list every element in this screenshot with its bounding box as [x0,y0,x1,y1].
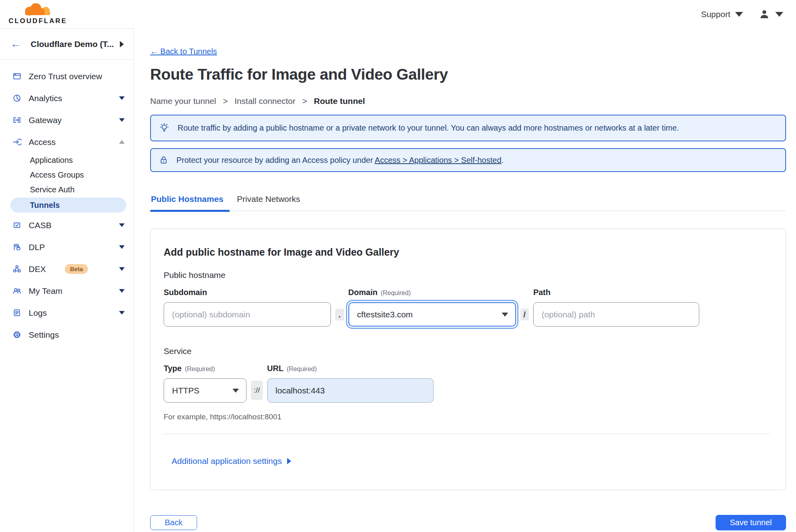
page-title: Route Traffic for Image and Video Galler… [150,66,786,83]
sidebar-item-dex[interactable]: DEX Beta [0,258,133,280]
sidebar-item-logs[interactable]: Logs [0,302,133,324]
chevron-down-icon [233,389,239,393]
public-hostname-group-label: Public hostname [164,270,770,280]
chevron-down-icon [735,12,743,17]
beta-badge: Beta [65,264,88,274]
url-example-hint: For example, https://localhost:8001 [164,413,770,421]
domain-selected-value: cftestsite3.com [357,310,413,319]
support-menu[interactable]: Support [701,10,743,19]
route-banner-text: Route traffic by adding a public hostnam… [178,123,679,133]
lightbulb-icon [159,123,170,133]
account-switcher[interactable]: ← Cloudflare Demo (T... [0,29,133,60]
sidebar-item-applications[interactable]: Applications [0,153,133,168]
logs-icon [12,308,22,317]
sidebar-item-access-groups[interactable]: Access Groups [0,168,133,182]
required-note: (Required) [185,366,215,373]
subdomain-input[interactable] [164,302,331,327]
sidebar-item-settings[interactable]: Settings [0,324,133,346]
tab-public-hostnames[interactable]: Public Hostnames [150,194,224,211]
back-button[interactable]: Back [150,515,197,530]
card-divider [164,434,770,434]
user-avatar-icon [759,9,770,20]
required-note: (Required) [381,289,411,297]
service-url-input[interactable] [267,378,434,403]
sidebar-item-zero-trust-overview[interactable]: Zero Trust overview [0,65,133,87]
sidebar-item-casb[interactable]: CASB [0,214,133,236]
wizard-steps: Name your tunnel > Install connector > R… [150,96,786,106]
service-fields-row: Type(Required) HTTPS :// URL(Required) [164,364,770,403]
cloudflare-wordmark: CLOUDFLARE [8,17,67,25]
chevron-down-icon [119,267,125,271]
account-name: Cloudflare Demo (T... [31,39,120,49]
gateway-icon [12,115,22,125]
back-to-tunnels-link[interactable]: ← Back to Tunnels [150,47,217,56]
cloudflare-logo[interactable]: CLOUDFLARE [8,3,68,25]
wizard-footer: Back Save tunnel [150,515,786,530]
protect-banner-text: Protect your resource by adding an Acces… [176,156,504,165]
user-menu[interactable] [759,9,783,20]
sidebar-item-service-auth[interactable]: Service Auth [0,182,133,197]
access-applications-self-hosted-link[interactable]: Access > Applications > Self-hosted [375,156,501,164]
scheme-separator: :// [251,378,263,403]
chevron-down-icon [502,313,508,317]
access-icon [12,137,22,147]
required-note: (Required) [287,366,317,373]
path-label: Path [533,288,699,297]
path-input[interactable] [533,302,699,327]
domain-label: Domain(Required) [348,288,516,297]
chevron-right-icon [287,458,291,464]
chevron-right-icon [120,41,124,47]
dot-separator: . [335,302,344,327]
document-lock-icon [12,243,22,252]
lock-icon [159,155,168,165]
step-install-connector[interactable]: Install connector [235,96,295,106]
tab-private-networks[interactable]: Private Networks [236,194,301,211]
service-group-label: Service [164,346,770,356]
additional-application-settings-toggle[interactable]: Additional application settings [172,456,291,466]
sidebar-nav: Zero Trust overview Analytics Gateway [0,60,133,346]
protect-info-banner: Protect your resource by adding an Acces… [150,148,786,172]
chevron-down-icon [119,245,125,249]
step-route-tunnel: Route tunnel [314,96,365,106]
back-arrow-icon: ← [10,39,21,49]
type-label: Type(Required) [164,364,246,373]
sidebar-item-analytics[interactable]: Analytics [0,87,133,109]
sidebar-item-access[interactable]: Access [0,131,133,153]
step-separator: > [223,96,228,106]
pie-chart-icon [12,94,22,103]
sidebar-item-my-team[interactable]: My Team [0,280,133,302]
card-heading: Add public hostname for Image and Video … [164,246,770,258]
sidebar: ← Cloudflare Demo (T... Zero Trust overv… [0,28,134,532]
dex-nodes-icon [12,264,22,274]
url-label: URL(Required) [267,364,434,373]
cloudflare-cloud-icon [23,3,53,17]
step-name-your-tunnel[interactable]: Name your tunnel [150,96,216,106]
chevron-down-icon [119,96,125,100]
sidebar-item-gateway[interactable]: Gateway [0,109,133,131]
hostname-fields-row: Subdomain . Domain(Required) cftestsite3… [164,288,770,327]
slash-separator: / [520,302,529,327]
window-icon [12,72,22,81]
chevron-down-icon [119,311,125,315]
service-type-select[interactable]: HTTPS [164,378,246,403]
hostname-network-tabs: Public Hostnames Private Networks [150,194,786,211]
top-header: CLOUDFLARE Support [0,0,796,28]
main-content: ← Back to Tunnels Route Traffic for Imag… [134,28,796,532]
chevron-up-icon [119,140,125,144]
subdomain-label: Subdomain [164,288,331,297]
chevron-down-icon [119,223,125,227]
people-icon [12,286,22,295]
chevron-down-icon [775,12,783,17]
step-separator: > [302,96,307,106]
public-hostname-card: Add public hostname for Image and Video … [150,229,786,490]
support-label: Support [701,10,730,19]
domain-select[interactable]: cftestsite3.com [348,302,516,327]
sidebar-item-tunnels[interactable]: Tunnels [10,198,126,213]
gear-icon [12,330,22,339]
type-selected-value: HTTPS [172,386,199,395]
chevron-down-icon [119,289,125,293]
sidebar-item-dlp[interactable]: DLP [0,236,133,258]
casb-icon [12,221,22,230]
save-tunnel-button[interactable]: Save tunnel [716,515,786,530]
chevron-down-icon [119,118,125,122]
